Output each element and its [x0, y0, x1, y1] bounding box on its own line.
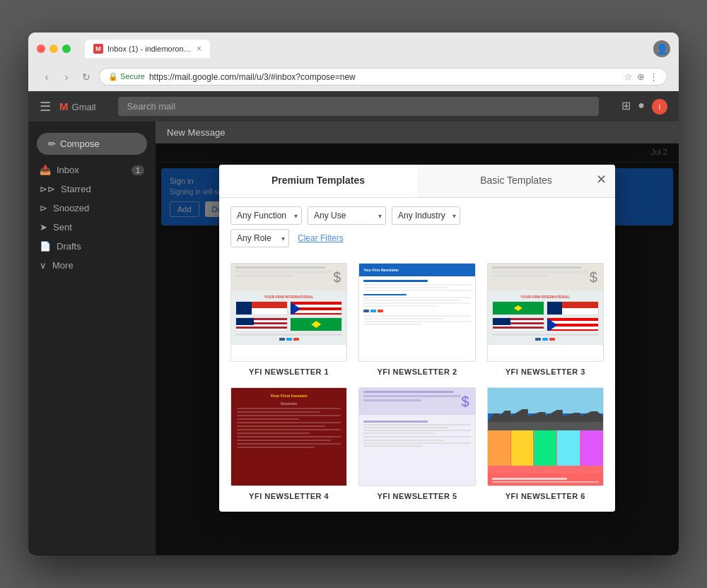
modal-close-button[interactable]: ✕	[596, 172, 607, 187]
tab-title: Inbox (1) - indiemoron@gmai...	[107, 45, 192, 53]
sent-icon: ➤	[40, 222, 47, 233]
back-button[interactable]: ‹	[40, 70, 54, 84]
refresh-button[interactable]: ↻	[79, 70, 93, 84]
inbox-icon: 📥	[40, 165, 51, 175]
tab-close-icon[interactable]: ×	[197, 44, 201, 54]
template-label-2: YFI NEWSLETTER 2	[358, 368, 475, 376]
template-label-6: YFI NEWSLETTER 6	[487, 492, 604, 500]
page-content: ☰ M Gmail Search mail ⊞ ● i ✏ Compose	[28, 91, 679, 555]
browser-titlebar: M Inbox (1) - indiemoron@gmai... × 👤	[37, 40, 670, 58]
templates-grid: $ YOUR FIRM INTERNATIONAL	[219, 254, 615, 512]
close-window-button[interactable]	[37, 45, 45, 53]
snoozed-label: Snoozed	[53, 203, 89, 213]
use-filter[interactable]: Any Use Newsletter Announcement Promotio…	[308, 206, 386, 225]
browser-window: M Inbox (1) - indiemoron@gmai... × 👤 ‹ ›…	[28, 33, 679, 555]
clear-filters-button[interactable]: Clear Filters	[295, 230, 346, 247]
drafts-icon: 📄	[40, 241, 51, 252]
gmail-main: Jul 2 Jul 2 Sign in Signing in will sign…	[156, 122, 679, 555]
sidebar-item-more[interactable]: ∨ More	[28, 256, 156, 275]
secure-badge: 🔒 Secure	[108, 72, 145, 81]
inbox-label: Inbox	[57, 165, 79, 175]
traffic-lights	[37, 45, 71, 53]
filters-row-1: Any Function Marketing Sales Support Any…	[219, 198, 615, 225]
template-card-2[interactable]: Your Firm Newsletter	[358, 263, 475, 376]
tab-bar: M Inbox (1) - indiemoron@gmai... ×	[85, 40, 648, 58]
sidebar-item-snoozed[interactable]: ⊳ Snoozed	[28, 199, 156, 218]
search-placeholder: Search mail	[127, 101, 175, 112]
address-icons: ☆ ⊕ ⋮	[624, 71, 658, 82]
template-label-1: YFI NEWSLETTER 1	[230, 368, 347, 376]
template-card-6[interactable]: YFI NEWSLETTER 6	[487, 387, 604, 500]
template-thumbnail-6	[487, 387, 604, 486]
browser-chrome: M Inbox (1) - indiemoron@gmai... × 👤 ‹ ›…	[28, 33, 679, 91]
more-icon: ∨	[40, 260, 47, 271]
drafts-label: Drafts	[57, 241, 81, 252]
use-filter-wrapper: Any Use Newsletter Announcement Promotio…	[308, 206, 386, 225]
template-label-5: YFI NEWSLETTER 5	[358, 492, 475, 500]
sidebar-item-starred[interactable]: ⊳⊳ Starred	[28, 180, 156, 199]
template-label-4: YFI NEWSLETTER 4	[230, 492, 347, 500]
inbox-badge: 1	[132, 165, 144, 175]
compose-icon: ✏	[48, 139, 56, 149]
gmail-body: ✏ Compose 📥 Inbox 1 ⊳⊳ Starred ⊳ Snoozed	[28, 122, 679, 555]
template-label-3: YFI NEWSLETTER 3	[487, 368, 604, 376]
role-filter-wrapper: Any Role Manager Executive Director	[230, 229, 289, 247]
gmail-favicon: M	[93, 44, 103, 54]
template-thumbnail-2: Your Firm Newsletter	[358, 263, 475, 362]
gmail-search-bar[interactable]: Search mail	[118, 97, 599, 116]
filters-row-2: Any Role Manager Executive Director Clea…	[219, 225, 615, 254]
gmail-logo: M Gmail	[59, 99, 95, 114]
template-card-1[interactable]: $ YOUR FIRM INTERNATIONAL	[230, 263, 347, 376]
template-card-3[interactable]: $ YOUR FIRM INTERNATIONAL	[487, 263, 604, 376]
more-label: More	[52, 260, 74, 271]
template-thumbnail-5: $	[358, 387, 475, 486]
gmail-menu-icon[interactable]: ☰	[40, 99, 51, 114]
apps-icon[interactable]: ⊞	[621, 99, 631, 114]
function-filter[interactable]: Any Function Marketing Sales Support	[230, 206, 302, 225]
industry-filter[interactable]: Any Industry Finance Technology Healthca…	[392, 206, 460, 225]
template-card-5[interactable]: $	[358, 387, 475, 500]
profile-icon[interactable]: i	[652, 99, 667, 114]
address-bar[interactable]: 🔒 Secure https://mail.google.com/mail/u/…	[99, 68, 667, 86]
template-thumbnail-3: $ YOUR FIRM INTERNATIONAL	[487, 263, 604, 362]
gmail-header-icons: ⊞ ● i	[621, 99, 667, 114]
tab-basic-templates[interactable]: Basic Templates	[417, 165, 615, 197]
function-filter-wrapper: Any Function Marketing Sales Support	[230, 206, 302, 225]
new-message-bar: New Message	[156, 122, 679, 143]
modal-tabs: Premium Templates Basic Templates	[219, 165, 615, 198]
industry-filter-wrapper: Any Industry Finance Technology Healthca…	[392, 206, 460, 225]
compose-button[interactable]: ✏ Compose	[37, 133, 147, 155]
gmail-header: ☰ M Gmail Search mail ⊞ ● i	[28, 91, 679, 122]
templates-modal: ✕ Premium Templates Basic Templates Any …	[219, 165, 615, 512]
template-card-4[interactable]: Your First Investor Newsletter	[230, 387, 347, 500]
url-text: https://mail.google.com/mail/u/3/#inbox?…	[149, 72, 356, 82]
gmail-sidebar: ✏ Compose 📥 Inbox 1 ⊳⊳ Starred ⊳ Snoozed	[28, 122, 156, 555]
address-bar-row: ‹ › ↻ 🔒 Secure https://mail.google.com/m…	[37, 64, 670, 91]
browser-user-icon[interactable]: 👤	[653, 40, 670, 57]
template-thumbnail-1: $ YOUR FIRM INTERNATIONAL	[230, 263, 347, 362]
bookmark-icon[interactable]: ☆	[624, 71, 633, 82]
browser-tab-gmail[interactable]: M Inbox (1) - indiemoron@gmai... ×	[85, 40, 210, 58]
sidebar-item-inbox[interactable]: 📥 Inbox 1	[28, 160, 156, 180]
tab-premium-templates[interactable]: Premium Templates	[219, 165, 417, 197]
compose-label: Compose	[60, 139, 100, 149]
minimize-window-button[interactable]	[49, 45, 58, 53]
sidebar-item-drafts[interactable]: 📄 Drafts	[28, 237, 156, 256]
forward-button[interactable]: ›	[59, 70, 74, 84]
extension-icon[interactable]: ⊕	[637, 71, 645, 82]
account-icon[interactable]: ●	[638, 99, 645, 114]
role-filter[interactable]: Any Role Manager Executive Director	[230, 229, 289, 247]
starred-label: Starred	[61, 184, 91, 194]
new-message-title: New Message	[167, 127, 225, 138]
template-thumbnail-4: Your First Investor Newsletter	[230, 387, 347, 486]
sent-label: Sent	[53, 222, 72, 233]
starred-icon: ⊳⊳	[40, 184, 55, 194]
sidebar-item-sent[interactable]: ➤ Sent	[28, 218, 156, 237]
maximize-window-button[interactable]	[62, 45, 71, 53]
menu-icon[interactable]: ⋮	[649, 71, 658, 82]
modal-overlay: New Message ✕ Premium Templates Basic Te…	[156, 122, 679, 555]
snoozed-icon: ⊳	[40, 203, 47, 213]
